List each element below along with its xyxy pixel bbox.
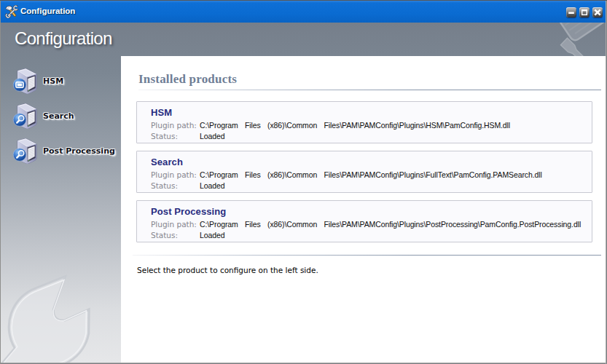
bottom-rule (133, 255, 601, 256)
hint-text: Select the product to configure on the l… (137, 266, 318, 274)
server-with-magnifier-badge-icon (12, 138, 39, 164)
plugin-path-value: C:\Program Files (x86)\Common Files\PAM\… (200, 120, 510, 132)
plugin-path-value: C:\Program Files (x86)\Common Files\PAM\… (200, 219, 581, 231)
product-name: Search (151, 157, 183, 167)
heading-rule (138, 90, 601, 90)
status-value: Loaded (200, 181, 224, 192)
detail-row: Plugin path:C:\Program Files (x86)\Commo… (151, 219, 581, 231)
product-details: Plugin path:C:\Program Files (x86)\Commo… (151, 219, 581, 242)
server-with-window-badge-icon (12, 68, 39, 94)
status-label: Status: (151, 181, 200, 192)
status-value: Loaded (200, 131, 224, 143)
sidebar-item-hsm[interactable]: HSM (1, 68, 122, 92)
sidebar-item-label: HSM (43, 76, 63, 86)
plugin-path-label: Plugin path: (151, 219, 200, 231)
detail-row: Plugin path:C:\Program Files (x86)\Commo… (151, 120, 510, 132)
app-tools-icon (5, 5, 18, 18)
minimize-button[interactable] (566, 7, 576, 17)
server-with-magnifier-badge-icon (12, 103, 39, 129)
close-button[interactable] (592, 7, 603, 17)
product-card-search: Search Plugin path:C:\Program Files (x86… (136, 151, 592, 193)
window-title: Configuration (20, 7, 75, 15)
product-card-post-processing: Post Processing Plugin path:C:\Program F… (136, 200, 592, 242)
close-icon (592, 7, 603, 17)
product-name: HSM (151, 107, 172, 118)
sidebar-item-search[interactable]: Search (1, 103, 122, 127)
plugin-path-label: Plugin path: (151, 120, 200, 132)
product-details: Plugin path:C:\Program Files (x86)\Commo… (151, 170, 542, 192)
plugin-path-value: C:\Program Files (x86)\Common Files\PAM\… (200, 170, 542, 181)
maximize-button[interactable] (579, 7, 590, 17)
banner-title: Configuration (15, 28, 112, 49)
sidebar-item-post-processing[interactable]: Post Processing (1, 138, 122, 162)
window-body: Configuration HSM Search Post Processing… (1, 23, 606, 363)
detail-row: Status:Loaded (151, 181, 542, 192)
status-value: Loaded (200, 230, 224, 242)
minimize-icon (566, 7, 576, 17)
detail-row: Status:Loaded (151, 230, 581, 242)
product-details: Plugin path:C:\Program Files (x86)\Commo… (151, 120, 510, 143)
content-panel: Installed products HSM Plugin path:C:\Pr… (121, 56, 606, 363)
status-label: Status: (151, 230, 200, 242)
product-card-hsm: HSM Plugin path:C:\Program Files (x86)\C… (136, 101, 592, 143)
detail-row: Plugin path:C:\Program Files (x86)\Commo… (151, 170, 542, 181)
configuration-window: Configuration (0, 0, 607, 364)
sidebar-item-label: Search (43, 111, 74, 121)
detail-row: Status:Loaded (151, 131, 510, 143)
product-name: Post Processing (151, 206, 226, 217)
sidebar-item-label: Post Processing (43, 146, 115, 156)
plugin-path-label: Plugin path: (151, 170, 200, 181)
page-title: Installed products (138, 72, 237, 87)
maximize-icon (579, 7, 590, 17)
tools-watermark (500, 23, 606, 56)
status-label: Status: (151, 131, 200, 143)
title-bar[interactable]: Configuration (1, 1, 606, 23)
